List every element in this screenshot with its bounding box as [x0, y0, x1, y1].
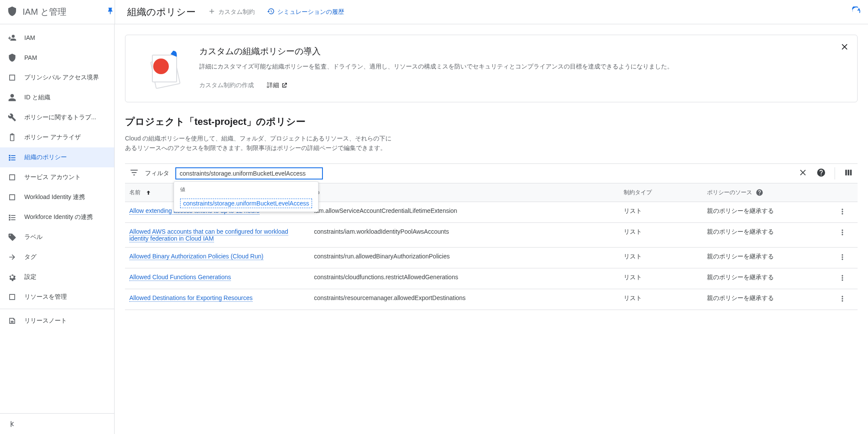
history-icon [267, 7, 275, 16]
filter-icon [129, 168, 139, 179]
policy-id: constraints/iam.workloadIdentityPoolAwsA… [309, 223, 619, 248]
sidebar-item-13[interactable]: リソースを管理 [0, 287, 114, 307]
sidebar-item-6[interactable]: 組織のポリシー [0, 147, 114, 167]
policy-source: 親のポリシーを継承する [703, 268, 834, 289]
sidebar-item-3[interactable]: ID と組織 [0, 88, 114, 108]
sidebar-item-label: リソースを管理 [24, 293, 67, 301]
policy-name-link[interactable]: Allowed Destinations for Exporting Resou… [129, 294, 253, 302]
dropdown-suggestion-chip: constraints/storage.uniformBucketLevelAc… [180, 199, 312, 208]
sidebar-item-label: 設定 [24, 273, 36, 281]
section-description: Cloud の組織ポリシーを使用して、組織、フォルダ、プロジェクトにあるリソース… [125, 134, 394, 153]
shield-check-icon [8, 53, 16, 62]
page-title: 組織のポリシー [127, 6, 196, 19]
sidebar-item-8[interactable]: Workload Identity 連携 [0, 187, 114, 207]
sidebar-item-7[interactable]: サービス アカウント [0, 167, 114, 187]
sidebar-item-5[interactable]: ポリシー アナライザ [0, 127, 114, 147]
simulation-history-label: シミュレーションの履歴 [277, 8, 344, 16]
list-alt-icon [8, 153, 16, 162]
refresh-button[interactable] [852, 7, 861, 17]
policy-id: constraints/run.allowedBinaryAuthorizati… [309, 248, 619, 268]
sidebar-item-release-notes[interactable]: リリースノート [0, 311, 114, 331]
banner-body: 詳細にカスタマイズ可能な組織ポリシーを監査、ドライラン、適用し、リソースの構成ミ… [199, 62, 673, 71]
sidebar-item-label: タグ [24, 253, 36, 261]
filter-input-wrap[interactable] [175, 167, 323, 179]
plus-icon [208, 7, 216, 16]
product-shield-icon [7, 6, 17, 18]
row-more-button[interactable] [834, 202, 858, 223]
sidebar-item-2[interactable]: プリンシパル アクセス境界 [0, 68, 114, 88]
policy-type: リスト [619, 223, 703, 248]
policy-name-link[interactable]: Allowed Binary Authorization Policies (C… [129, 253, 263, 260]
sidebar-item-label: ID と組織 [24, 94, 50, 101]
policy-name-link[interactable]: Allowed Cloud Functions Generations [129, 274, 231, 281]
intro-banner: カスタムの組織ポリシーの導入 詳細にカスタマイズ可能な組織ポリシーを監査、ドライ… [125, 35, 858, 102]
boundary-icon [8, 73, 16, 82]
sort-arrow-icon [142, 189, 152, 196]
policy-type: リスト [619, 289, 703, 310]
svg-point-2 [153, 59, 169, 74]
sidebar-item-4[interactable]: ポリシーに関するトラブ... [0, 108, 114, 127]
sidebar-item-label: 組織のポリシー [24, 153, 67, 161]
filter-input[interactable] [180, 170, 319, 177]
sidebar-item-label: Workload Identity 連携 [24, 193, 85, 201]
workload-icon [8, 193, 16, 202]
policy-type: リスト [619, 202, 703, 223]
filter-clear-button[interactable] [798, 168, 808, 179]
th-source[interactable]: ポリシーのソース [703, 183, 834, 202]
workforce-icon [8, 213, 16, 222]
filter-help-button[interactable] [816, 168, 826, 179]
banner-close-button[interactable] [840, 42, 849, 53]
th-type[interactable]: 制約タイプ [619, 183, 703, 202]
row-more-button[interactable] [834, 268, 858, 289]
sidebar-item-9[interactable]: Workforce Identity の連携 [0, 207, 114, 227]
sidebar-item-11[interactable]: タグ [0, 247, 114, 267]
filter-suggestions-dropdown: 値 constraints/storage.uniformBucketLevel… [174, 181, 319, 212]
sidebar-item-label: ポリシーに関するトラブ... [24, 114, 96, 121]
th-id[interactable]: ID [309, 183, 619, 202]
sidebar-item-12[interactable]: 設定 [0, 267, 114, 287]
row-more-button[interactable] [834, 223, 858, 248]
row-more-button[interactable] [834, 248, 858, 268]
table-row: Allowed Binary Authorization Policies (C… [125, 248, 858, 268]
simulation-history-button[interactable]: シミュレーションの履歴 [267, 7, 344, 16]
row-more-button[interactable] [834, 289, 858, 310]
sidebar-item-label: PAM [24, 54, 37, 61]
sidebar-item-label: ラベル [24, 233, 43, 241]
sidebar-item-1[interactable]: PAM [0, 48, 114, 68]
service-account-icon [8, 173, 16, 182]
person-add-icon [8, 33, 16, 42]
external-link-icon [281, 82, 288, 89]
policy-source: 親のポリシーを継承する [703, 223, 834, 248]
banner-title: カスタムの組織ポリシーの導入 [199, 46, 673, 57]
sidebar-item-label: Workforce Identity の連携 [24, 213, 93, 221]
columns-button[interactable] [844, 168, 853, 179]
gear-icon [8, 273, 16, 281]
policy-type: リスト [619, 248, 703, 268]
help-icon[interactable] [754, 189, 763, 196]
banner-illustration [139, 46, 187, 93]
policy-id: constraints/cloudfunctions.restrictAllow… [309, 268, 619, 289]
table-row: Allowed Destinations for Exporting Resou… [125, 289, 858, 310]
policy-source: 親のポリシーを継承する [703, 202, 834, 223]
dropdown-header: 値 [174, 182, 318, 195]
sidebar-item-10[interactable]: ラベル [0, 227, 114, 247]
sidebar-item-0[interactable]: IAM [0, 28, 114, 48]
wrench-icon [8, 113, 16, 122]
tag-icon [8, 233, 16, 241]
clipboard-icon [8, 133, 16, 142]
banner-details-button[interactable]: 詳細 [267, 82, 288, 89]
sidebar-collapse-button[interactable] [0, 413, 114, 434]
banner-details-label: 詳細 [267, 82, 279, 89]
pin-icon[interactable] [106, 7, 115, 17]
resources-icon [8, 293, 16, 301]
sidebar-item-label: IAM [24, 34, 35, 41]
policy-source: 親のポリシーを継承する [703, 289, 834, 310]
sidebar-item-label: ポリシー アナライザ [24, 134, 81, 141]
policy-name-link[interactable]: Allowed AWS accounts that can be configu… [129, 228, 288, 242]
arrow-tag-icon [8, 253, 16, 261]
banner-create-constraint-button[interactable]: カスタム制約の作成 [199, 82, 254, 89]
custom-constraint-label: カスタム制約 [218, 8, 255, 16]
dropdown-suggestion[interactable]: constraints/storage.uniformBucketLevelAc… [174, 195, 318, 212]
filter-label: フィルタ [145, 170, 169, 177]
custom-constraint-button[interactable]: カスタム制約 [208, 7, 255, 16]
